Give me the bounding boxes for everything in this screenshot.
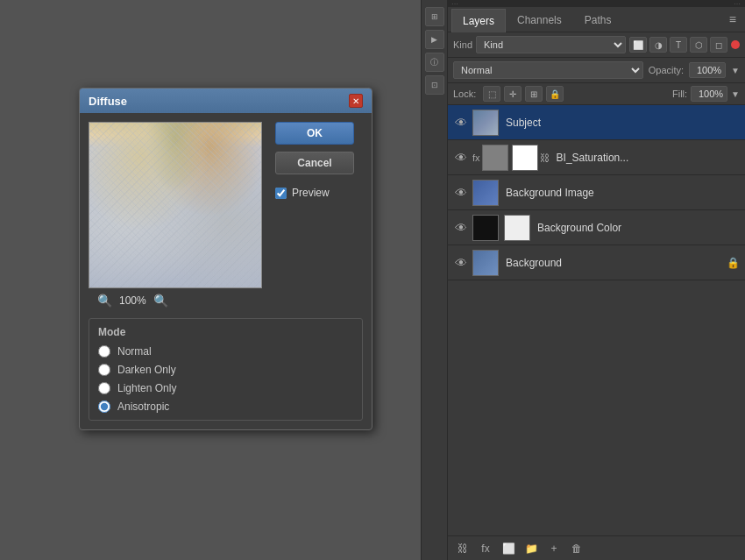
bi-sat-fx-icon: fx <box>472 152 480 163</box>
tab-paths[interactable]: Paths <box>573 8 623 32</box>
mode-lighten-only[interactable]: Lighten Only <box>98 382 353 394</box>
new-layer-btn[interactable]: + <box>544 539 564 558</box>
fill-label: Fill: <box>672 89 687 99</box>
layer-vis-bi-sat[interactable]: 👁 <box>453 150 469 166</box>
filter-label: Kind <box>453 39 472 50</box>
layer-name-bg-image: Background Image <box>502 187 740 199</box>
bi-sat-extra-icons: fx ⛓ <box>472 145 550 171</box>
layer-vis-subject[interactable]: 👁 <box>453 115 469 131</box>
layer-mask-bg-color <box>504 215 530 241</box>
blend-row: Normal Opacity: ▼ <box>448 58 745 83</box>
filter-adjustment-btn[interactable]: ◑ <box>649 37 667 53</box>
layer-vis-bg-color[interactable]: 👁 <box>453 220 469 236</box>
layer-thumb-bg-image <box>472 180 499 206</box>
close-button[interactable]: ✕ <box>349 94 363 108</box>
zoom-in-icon[interactable]: 🔍 <box>153 294 168 308</box>
layers-panel: ⋯ ⋯ Layers Channels Paths ≡ Kind Kind ⬜ … <box>448 0 745 560</box>
filter-type-btn[interactable]: T <box>670 37 687 53</box>
dialog-title: Diffuse <box>89 95 127 108</box>
tab-channels[interactable]: Channels <box>506 8 573 32</box>
preview-label: Preview <box>292 187 330 199</box>
panel-toolbar: ⛓ fx ⬜ 📁 + 🗑 <box>448 535 745 560</box>
lock-position-btn[interactable]: ✛ <box>504 86 522 102</box>
layer-item-subject[interactable]: 👁 Subject <box>448 105 745 140</box>
layer-thumb-subject <box>472 110 499 136</box>
filter-active-dot <box>731 40 740 49</box>
dialog-content: 🔍 100% 🔍 OK Cancel Preview <box>89 122 363 308</box>
layer-item-background[interactable]: 👁 Background 🔒 <box>448 245 745 280</box>
zoom-bar: 🔍 100% 🔍 <box>89 294 266 308</box>
preview-checkbox[interactable] <box>275 188 287 199</box>
opacity-label: Opacity: <box>649 65 684 75</box>
delete-layer-btn[interactable]: 🗑 <box>567 539 586 558</box>
opacity-input[interactable] <box>689 62 726 78</box>
layer-lock-background: 🔒 <box>727 257 740 269</box>
cancel-button[interactable]: Cancel <box>275 152 354 174</box>
layer-item-bg-image[interactable]: 👁 Background Image <box>448 175 745 210</box>
preview-canvas <box>89 122 262 288</box>
mode-lighten-radio[interactable] <box>98 382 110 394</box>
tool-layers-icon[interactable]: ⊞ <box>425 7 444 26</box>
canvas-texture <box>89 123 261 287</box>
mode-normal-radio[interactable] <box>98 345 110 358</box>
mode-normal[interactable]: Normal <box>98 345 353 358</box>
mode-darken-label: Darken Only <box>117 364 176 376</box>
mode-anisotropic[interactable]: Anisotropic <box>98 401 353 413</box>
mode-lighten-label: Lighten Only <box>117 382 176 394</box>
ok-button[interactable]: OK <box>275 122 354 145</box>
bi-sat-link-icon: ⛓ <box>540 152 550 163</box>
mode-darken-radio[interactable] <box>98 364 110 376</box>
dialog-body: 🔍 100% 🔍 OK Cancel Preview Mode No <box>80 113 372 429</box>
mode-darken-only[interactable]: Darken Only <box>98 364 353 376</box>
filter-row: Kind Kind ⬜ ◑ T ⬡ ◻ <box>448 32 745 58</box>
layer-item-bi-saturation[interactable]: 👁 fx ⛓ BI_Saturation... <box>448 140 745 175</box>
filter-shape-btn[interactable]: ⬡ <box>690 37 707 53</box>
preview-col: 🔍 100% 🔍 <box>89 122 266 308</box>
layer-thumb-bg-color-black <box>472 215 499 241</box>
layer-name-subject: Subject <box>502 117 740 129</box>
preview-check-container: Preview <box>275 187 363 199</box>
filter-kind-select[interactable]: Kind <box>476 36 626 53</box>
tool-move-icon[interactable]: ▶ <box>425 30 444 49</box>
new-group-btn[interactable]: 📁 <box>522 539 541 558</box>
layer-item-bg-color[interactable]: 👁 Background Color <box>448 210 745 245</box>
fill-input[interactable] <box>691 86 727 102</box>
lock-label: Lock: <box>453 89 476 99</box>
panel-menu-icon[interactable]: ≡ <box>724 7 741 32</box>
mode-normal-label: Normal <box>117 345 152 358</box>
right-panel: ⊞ ▶ ⓘ ⊡ ⋯ ⋯ Layers Channels Paths ≡ Kind… <box>421 0 745 560</box>
dialog-titlebar: Diffuse ✕ <box>80 89 372 113</box>
layer-name-bg-color: Background Color <box>534 222 740 234</box>
lock-artboard-btn[interactable]: ⊞ <box>525 86 543 102</box>
tool-artboard-icon[interactable]: ⊡ <box>425 75 444 95</box>
fill-arrow: ▼ <box>731 89 740 99</box>
layer-mask-bi-sat <box>512 145 538 171</box>
panel-tabs: Layers Channels Paths ≡ <box>448 7 745 32</box>
layer-vis-bg-image[interactable]: 👁 <box>453 185 469 201</box>
zoom-value: 100% <box>119 294 146 307</box>
layer-list: 👁 Subject 👁 fx ⛓ BI_Saturation... 👁 <box>448 105 745 535</box>
layer-thumb-background <box>472 250 499 276</box>
panel-resize-top: ⋯ ⋯ <box>448 0 745 7</box>
tool-info-icon[interactable]: ⓘ <box>425 53 444 72</box>
lock-pixels-btn[interactable]: ⬚ <box>483 86 500 102</box>
layer-thumb-bi-sat <box>482 145 508 171</box>
blend-mode-select[interactable]: Normal <box>453 61 643 79</box>
lock-all-btn[interactable]: 🔒 <box>546 86 564 102</box>
tab-layers[interactable]: Layers <box>451 9 506 32</box>
zoom-out-icon[interactable]: 🔍 <box>97 294 112 308</box>
lock-row: Lock: ⬚ ✛ ⊞ 🔒 Fill: ▼ <box>448 83 745 105</box>
mode-radio-group: Normal Darken Only Lighten Only Anisotro… <box>98 345 353 413</box>
dialog-controls: OK Cancel Preview <box>275 122 363 308</box>
layer-vis-background[interactable]: 👁 <box>453 255 469 271</box>
add-style-btn[interactable]: fx <box>476 539 495 558</box>
layer-name-background: Background <box>502 257 723 269</box>
layer-name-bi-sat: BI_Saturation... <box>553 152 740 164</box>
filter-pixel-btn[interactable]: ⬜ <box>629 37 647 53</box>
mode-anisotropic-label: Anisotropic <box>117 401 169 413</box>
filter-icons: ⬜ ◑ T ⬡ ◻ <box>629 37 727 53</box>
add-mask-btn[interactable]: ⬜ <box>499 539 518 558</box>
mode-anisotropic-radio[interactable] <box>98 401 110 413</box>
filter-smart-btn[interactable]: ◻ <box>710 37 727 53</box>
link-layers-btn[interactable]: ⛓ <box>453 539 472 558</box>
